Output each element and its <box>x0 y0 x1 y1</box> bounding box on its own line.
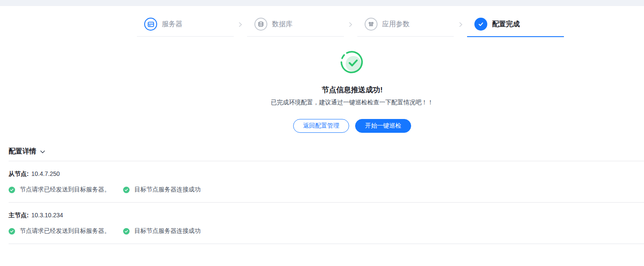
result-title: 节点信息推送成功! <box>60 85 644 95</box>
chevron-right-icon <box>234 18 247 37</box>
check-circle-icon <box>9 187 15 193</box>
check-item: 节点请求已经发送到目标服务器。 <box>9 227 110 235</box>
result-section: 节点信息推送成功! 已完成环境配置，建议通过一键巡检检查一下配置情况吧！！ 返回… <box>0 37 644 133</box>
database-icon <box>254 18 267 31</box>
node-block: 主节点:10.3.10.234 节点请求已经发送到目标服务器。 目标节点服务器连… <box>9 203 644 244</box>
node-ip: 10.4.7.250 <box>31 170 60 177</box>
success-icon <box>340 50 364 77</box>
step-label: 数据库 <box>272 20 293 29</box>
check-icon <box>474 18 487 31</box>
check-message: 目标节点服务器连接成功 <box>134 227 201 235</box>
step-label: 应用参数 <box>382 20 410 29</box>
check-message: 节点请求已经发送到目标服务器。 <box>20 186 110 194</box>
node-block: 从节点:10.4.7.250 节点请求已经发送到目标服务器。 目标节点服务器连接… <box>9 161 644 203</box>
check-message: 目标节点服务器连接成功 <box>134 186 201 194</box>
config-details-title: 配置详情 <box>9 147 36 156</box>
result-actions: 返回配置管理 开始一键巡检 <box>60 119 644 133</box>
check-circle-icon <box>9 228 15 235</box>
config-details-section: 配置详情 从节点:10.4.7.250 节点请求已经发送到目标服务器。 <box>9 147 644 244</box>
top-bar <box>0 0 644 6</box>
server-icon <box>144 18 157 31</box>
node-label: 从节点: <box>9 170 29 177</box>
step-label: 服务器 <box>162 20 183 29</box>
node-ip: 10.3.10.234 <box>31 212 63 219</box>
step-label: 配置完成 <box>492 20 520 29</box>
chevron-down-icon <box>39 148 46 155</box>
check-message: 节点请求已经发送到目标服务器。 <box>20 227 110 235</box>
check-row: 节点请求已经发送到目标服务器。 目标节点服务器连接成功 <box>9 227 644 238</box>
sliders-icon <box>365 18 378 31</box>
step-app-params[interactable]: 应用参数 <box>357 18 454 37</box>
check-item: 节点请求已经发送到目标服务器。 <box>9 186 110 194</box>
back-to-config-button[interactable]: 返回配置管理 <box>293 119 349 133</box>
result-subtitle: 已完成环境配置，建议通过一键巡检检查一下配置情况吧！！ <box>60 99 644 106</box>
check-circle-icon <box>123 228 130 235</box>
check-circle-icon <box>123 187 130 193</box>
step-database[interactable]: 数据库 <box>247 18 344 37</box>
chevron-right-icon <box>454 18 467 37</box>
check-item: 目标节点服务器连接成功 <box>123 227 201 235</box>
chevron-right-icon <box>344 18 357 37</box>
step-server[interactable]: 服务器 <box>137 18 234 37</box>
step-complete[interactable]: 配置完成 <box>467 18 564 37</box>
start-inspection-button[interactable]: 开始一键巡检 <box>355 119 411 133</box>
node-label: 主节点: <box>9 212 29 219</box>
node-title: 从节点:10.4.7.250 <box>9 170 644 178</box>
node-title: 主节点:10.3.10.234 <box>9 212 644 219</box>
check-row: 节点请求已经发送到目标服务器。 目标节点服务器连接成功 <box>9 186 644 197</box>
config-details-toggle[interactable]: 配置详情 <box>9 147 644 161</box>
setup-stepper: 服务器 数据库 <box>137 18 564 37</box>
check-item: 目标节点服务器连接成功 <box>123 186 201 194</box>
